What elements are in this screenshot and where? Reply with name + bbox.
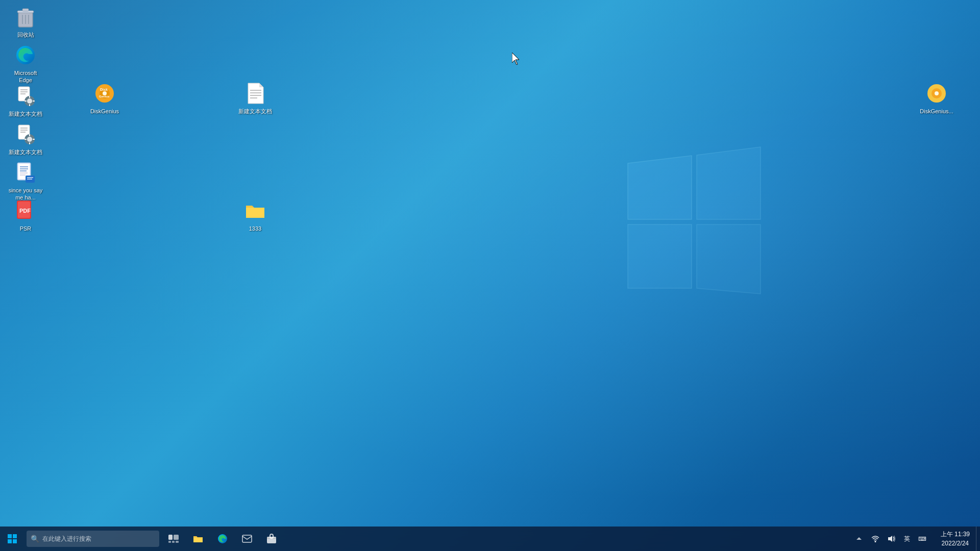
tray-ime-icon[interactable]: ⌨ xyxy=(914,527,930,551)
svg-marker-72 xyxy=(856,537,862,540)
diskgenius-icon-2 xyxy=(924,81,949,106)
tray-volume-icon[interactable] xyxy=(884,527,900,551)
desktop-icon-diskgenius-1[interactable]: Disk Genius DiskGenius xyxy=(84,79,125,117)
svg-rect-63 xyxy=(168,535,173,540)
svg-rect-28 xyxy=(29,142,30,144)
svg-point-16 xyxy=(27,98,32,104)
background-light xyxy=(0,0,980,551)
svg-rect-69 xyxy=(242,535,252,542)
text-doc-icon xyxy=(243,81,267,106)
desktop-icon-text-gear-2[interactable]: 新建文本文档 xyxy=(5,120,46,158)
language-label: 英 xyxy=(904,535,910,543)
since-you-icon xyxy=(13,160,38,185)
mouse-cursor xyxy=(512,53,518,63)
text-gear-icon-1 xyxy=(13,84,38,108)
task-view-button[interactable] xyxy=(161,527,186,551)
taskbar-search-icon: 🔍 xyxy=(31,535,39,543)
svg-point-26 xyxy=(27,137,32,142)
svg-marker-74 xyxy=(888,536,892,542)
taskbar-search-placeholder: 在此键入进行搜索 xyxy=(42,535,91,543)
clock-date: 2022/2/24 xyxy=(942,539,969,548)
svg-marker-2 xyxy=(628,224,692,288)
svg-rect-18 xyxy=(29,104,30,106)
desktop-icon-diskgenius-2[interactable]: DiskGenius... xyxy=(916,79,957,117)
svg-point-73 xyxy=(874,541,876,542)
svg-text:PDF: PDF xyxy=(19,208,31,214)
svg-rect-66 xyxy=(172,541,175,543)
system-tray: 英 ⌨ xyxy=(847,527,935,551)
windows-logo xyxy=(623,133,766,306)
svg-marker-0 xyxy=(628,156,692,219)
show-desktop-button[interactable] xyxy=(976,527,980,551)
taskbar-clock[interactable]: 上午 11:39 2022/2/24 xyxy=(935,527,976,551)
tray-network-icon[interactable] xyxy=(867,527,884,551)
svg-rect-29 xyxy=(24,139,27,140)
svg-rect-6 xyxy=(22,9,29,11)
svg-rect-62 xyxy=(13,539,17,543)
svg-rect-67 xyxy=(176,541,179,543)
text-doc-label: 新建文本文档 xyxy=(238,108,272,115)
taskbar: 🔍 在此键入进行搜索 xyxy=(0,527,980,551)
mail-taskbar-button[interactable] xyxy=(235,527,259,551)
tray-expand-button[interactable] xyxy=(851,527,867,551)
psr-label: PSR xyxy=(20,225,32,232)
svg-rect-60 xyxy=(13,534,17,538)
edge-icon xyxy=(13,43,38,67)
svg-rect-17 xyxy=(29,96,30,98)
psr-icon: PDF xyxy=(13,198,38,223)
svg-rect-20 xyxy=(33,101,35,102)
desktop-icon-edge[interactable]: Microsoft Edge xyxy=(5,41,46,86)
taskbar-search-box[interactable]: 🔍 在此键入进行搜索 xyxy=(27,531,159,547)
tray-language-icon[interactable]: 英 xyxy=(900,527,914,551)
svg-marker-58 xyxy=(512,53,519,65)
file-explorer-button[interactable] xyxy=(186,527,210,551)
clock-time: 上午 11:39 xyxy=(941,530,970,539)
recycle-bin-icon xyxy=(13,5,38,29)
folder-1333-label: 1333 xyxy=(249,225,261,232)
svg-text:Genius: Genius xyxy=(99,95,110,98)
diskgenius-label-1: DiskGenius xyxy=(90,108,119,115)
svg-point-57 xyxy=(935,91,939,95)
svg-marker-1 xyxy=(697,147,761,219)
store-taskbar-button[interactable] xyxy=(259,527,284,551)
start-button[interactable] xyxy=(0,527,24,551)
text-gear-icon-2 xyxy=(13,122,38,146)
svg-marker-3 xyxy=(697,224,761,294)
svg-rect-61 xyxy=(8,539,12,543)
svg-rect-19 xyxy=(24,101,27,102)
svg-rect-64 xyxy=(174,535,179,540)
diskgenius-label-2: DiskGenius... xyxy=(920,108,953,115)
folder-1333-icon xyxy=(243,198,267,223)
desktop-icon-recycle-bin[interactable]: 回收站 xyxy=(5,3,46,40)
recycle-bin-label: 回收站 xyxy=(17,31,34,38)
desktop-icon-psr[interactable]: PDF PSR xyxy=(5,196,46,234)
text-gear-label-1: 新建文本文档 xyxy=(9,110,42,117)
svg-rect-70 xyxy=(267,537,276,543)
desktop-icon-text-doc[interactable]: 新建文本文档 xyxy=(235,79,276,117)
desktop-icon-text-gear-1[interactable]: 新建文本文档 xyxy=(5,82,46,119)
svg-text:Disk: Disk xyxy=(100,88,108,91)
svg-rect-27 xyxy=(29,134,30,136)
svg-rect-30 xyxy=(33,139,35,140)
desktop-icon-folder-1333[interactable]: 1333 xyxy=(235,196,276,234)
diskgenius-icon-1: Disk Genius xyxy=(92,81,117,106)
text-gear-label-2: 新建文本文档 xyxy=(9,148,42,156)
svg-rect-65 xyxy=(168,541,171,543)
edge-taskbar-button[interactable] xyxy=(210,527,235,551)
svg-rect-59 xyxy=(8,534,12,538)
